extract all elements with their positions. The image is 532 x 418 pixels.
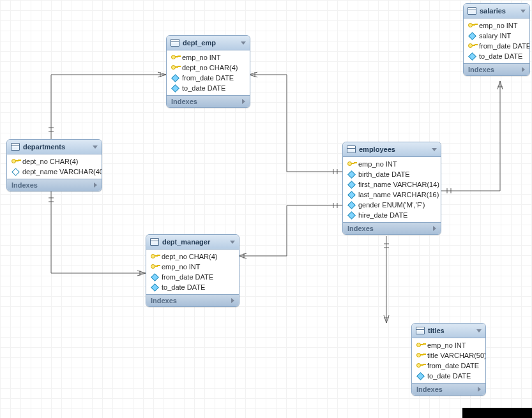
column-emp_no[interactable]: emp_no INT [146,262,239,272]
column-dept_no[interactable]: dept_no CHAR(4) [146,251,239,262]
column-emp_no[interactable]: emp_no INT [464,20,529,31]
column-dept_name[interactable]: dept_name VARCHAR(40) [7,167,102,177]
diamond-icon [347,170,355,178]
table-header[interactable]: salaries [464,4,529,19]
indexes-footer[interactable]: Indexes [343,222,441,234]
column-to_date[interactable]: to_date DATE [412,371,485,381]
table-icon [467,7,476,15]
indexes-footer[interactable]: Indexes [146,294,239,306]
table-title: dept_manager [162,238,210,246]
chevron-down-icon[interactable] [432,148,437,151]
chevron-down-icon[interactable] [521,10,526,13]
key-icon [11,158,19,165]
diamond-icon [468,52,476,60]
diamond-icon [468,32,476,40]
columns-list: emp_no INT dept_no CHAR(4) from_date DAT… [167,50,250,95]
column-emp_no[interactable]: emp_no INT [167,52,250,63]
diamond-icon [151,273,158,281]
table-icon [347,146,356,153]
diamond-icon [171,74,179,82]
table-title: titles [428,327,445,334]
column-emp_no[interactable]: emp_no INT [412,340,485,350]
column-from_date[interactable]: from_date DATE [167,73,250,83]
column-first_name[interactable]: first_name VARCHAR(14) [343,179,441,190]
column-dept_no[interactable]: dept_no CHAR(4) [167,63,250,73]
columns-list: dept_no CHAR(4) dept_name VARCHAR(40) [7,154,102,179]
table-title: dept_emp [183,39,216,47]
chevron-down-icon[interactable] [93,146,98,149]
columns-list: emp_no INT salary INT from_date DATE to_… [464,19,529,63]
column-last_name[interactable]: last_name VARCHAR(16) [343,190,441,200]
chevron-right-icon [522,67,525,72]
key-icon [347,160,355,168]
table-header[interactable]: departments [7,140,102,154]
diamond-icon [347,211,355,219]
chevron-right-icon [242,99,245,104]
table-header[interactable]: employees [343,142,441,157]
chevron-down-icon[interactable] [476,329,482,332]
key-icon [151,253,158,260]
key-icon [171,54,179,61]
diamond-icon [347,191,355,198]
key-icon [416,341,424,349]
table-header[interactable]: dept_manager [146,235,239,250]
column-from_date[interactable]: from_date DATE [412,361,485,371]
column-from_date[interactable]: from_date DATE [146,272,239,282]
table-title: salaries [480,7,506,15]
erd-canvas[interactable]: departments dept_no CHAR(4) dept_name VA… [0,0,532,418]
key-icon [468,22,476,29]
diamond-icon [347,201,355,209]
column-to_date[interactable]: to_date DATE [464,51,529,61]
key-icon [468,42,476,50]
column-birth_date[interactable]: birth_date DATE [343,169,441,179]
columns-list: emp_no INT birth_date DATE first_name VA… [343,157,441,222]
obscured-region [462,408,532,418]
chevron-right-icon [231,298,234,303]
columns-list: dept_no CHAR(4) emp_no INT from_date DAT… [146,250,239,294]
column-to_date[interactable]: to_date DATE [167,83,250,93]
indexes-footer[interactable]: Indexes [412,383,485,395]
chevron-down-icon[interactable] [230,241,235,244]
key-icon [416,362,424,369]
column-gender[interactable]: gender ENUM('M','F') [343,200,441,210]
table-salaries[interactable]: salaries emp_no INT salary INT from_date… [463,3,530,76]
column-from_date[interactable]: from_date DATE [464,41,529,51]
table-title: departments [23,143,65,151]
chevron-down-icon[interactable] [241,41,246,45]
column-emp_no[interactable]: emp_no INT [343,159,441,169]
key-icon [416,352,424,359]
indexes-footer[interactable]: Indexes [464,63,529,75]
table-icon [416,327,425,334]
table-title: employees [359,146,395,153]
diamond-icon [11,168,19,175]
columns-list: emp_no INT title VARCHAR(50) from_date D… [412,338,485,383]
column-dept_no[interactable]: dept_no CHAR(4) [7,156,102,167]
chevron-right-icon [433,226,436,231]
key-icon [151,263,158,271]
table-header[interactable]: titles [412,324,485,338]
diamond-icon [416,372,424,380]
indexes-footer[interactable]: Indexes [167,95,250,107]
table-icon [11,143,20,151]
table-icon [171,39,179,47]
diamond-icon [151,283,158,291]
column-to_date[interactable]: to_date DATE [146,282,239,292]
key-icon [171,64,179,71]
diamond-icon [347,181,355,188]
column-title[interactable]: title VARCHAR(50) [412,350,485,361]
table-departments[interactable]: departments dept_no CHAR(4) dept_name VA… [6,139,102,191]
column-hire_date[interactable]: hire_date DATE [343,210,441,220]
table-dept_emp[interactable]: dept_emp emp_no INT dept_no CHAR(4) from… [166,35,250,108]
table-header[interactable]: dept_emp [167,36,250,50]
chevron-right-icon [94,183,97,188]
column-salary[interactable]: salary INT [464,31,529,41]
table-titles[interactable]: titles emp_no INT title VARCHAR(50) from… [411,323,486,396]
table-employees[interactable]: employees emp_no INT birth_date DATE fir… [342,142,441,235]
table-icon [150,238,159,246]
diamond-icon [171,84,179,92]
table-dept_manager[interactable]: dept_manager dept_no CHAR(4) emp_no INT … [146,234,239,307]
indexes-footer[interactable]: Indexes [7,179,102,191]
chevron-right-icon [478,387,481,392]
